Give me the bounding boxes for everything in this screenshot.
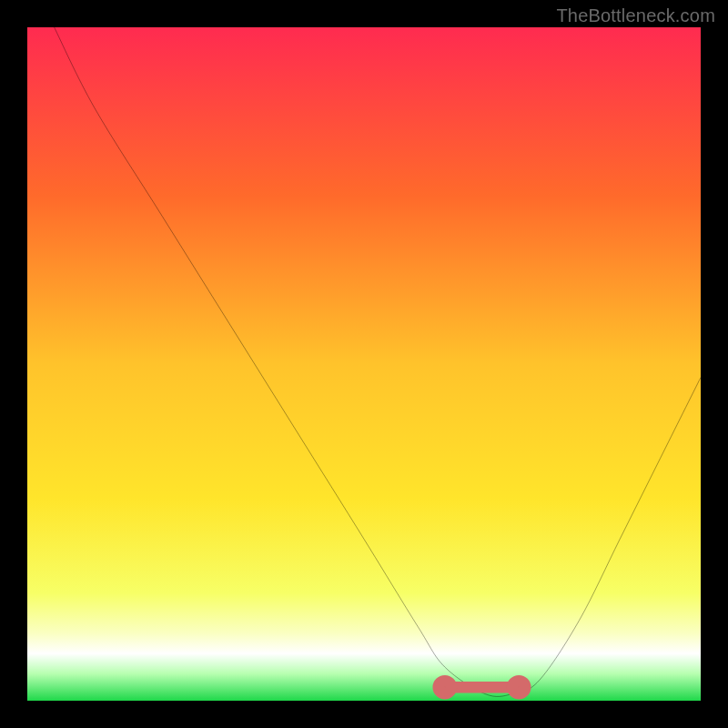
plot-curve-layer: [27, 27, 701, 701]
svg-point-3: [512, 681, 525, 693]
valley-highlight-segment: [439, 681, 525, 693]
plot-frame: [27, 27, 701, 701]
svg-point-2: [439, 681, 451, 693]
watermark-text: TheBottleneck.com: [556, 5, 715, 26]
curve-line: [55, 27, 701, 696]
